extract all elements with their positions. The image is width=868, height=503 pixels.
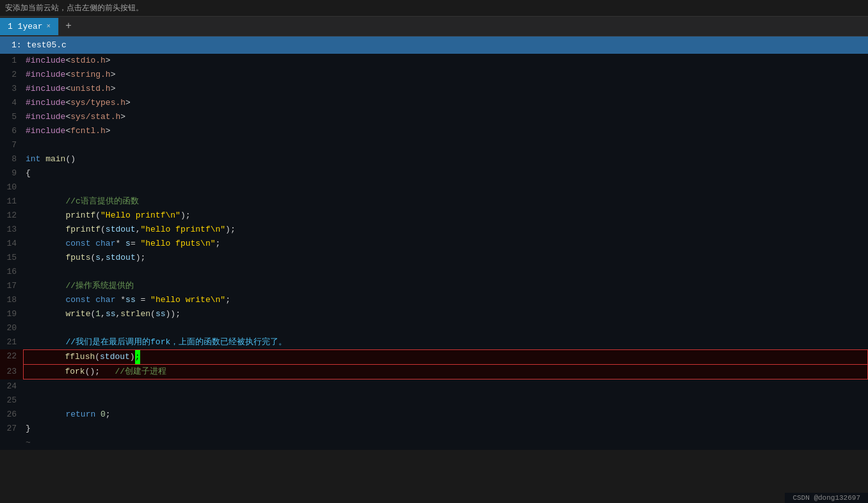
code-line-7: 7 [0, 138, 868, 152]
code-line-15: 15 fputs(s,stdout); [0, 251, 868, 265]
code-line-6: 6 #include<fcntl.h> [0, 124, 868, 138]
code-line-13: 13 fprintf(stdout,"hello fprintf\n"); [0, 223, 868, 237]
code-line-10: 10 [0, 180, 868, 195]
tab-1year[interactable]: 1 1year × [0, 18, 59, 35]
code-line-9: 9 { [0, 166, 868, 180]
top-message: 安添加当前云站，点击左侧的前头按钮。 [5, 4, 143, 13]
code-line-3: 3 #include<unistd.h> [0, 82, 868, 96]
bottom-label: CSDN @dong132697 [792, 494, 860, 502]
code-line-11: 11 //c语言提供的函数 [0, 195, 868, 209]
tab-close[interactable]: × [47, 22, 51, 30]
code-line-2: 2 #include<string.h> [0, 68, 868, 82]
code-line-1: 1 #include<stdio.h> [0, 54, 868, 68]
code-line-24: 24 [0, 379, 868, 394]
file-header: 1: test05.c [0, 36, 868, 54]
code-line-20: 20 [0, 321, 868, 335]
tab-add[interactable]: + [59, 17, 78, 36]
editor: 1 #include<stdio.h> 2 #include<string.h>… [0, 54, 868, 450]
code-line-12: 12 printf("Hello printf\n"); [0, 209, 868, 223]
file-label: 1: test05.c [6, 39, 72, 51]
code-line-21: 21 //我们是在最后调用的fork，上面的函数已经被执行完了。 [0, 335, 868, 349]
bottom-bar: CSDN @dong132697 [785, 493, 868, 503]
code-line-18: 18 const char *ss = "hello write\n"; [0, 293, 868, 307]
tab-label: 1 1year [8, 22, 43, 31]
code-line-5: 5 #include<sys/stat.h> [0, 110, 868, 124]
code-line-14: 14 const char* s= "hello fputs\n"; [0, 237, 868, 251]
code-line-16: 16 [0, 265, 868, 279]
code-line-27: 27 } [0, 422, 868, 436]
code-line-25: 25 [0, 394, 868, 408]
code-area: 1 #include<stdio.h> 2 #include<string.h>… [0, 54, 868, 450]
code-line-19: 19 write(1,ss,strlen(ss)); [0, 307, 868, 321]
code-line-26: 26 return 0; [0, 408, 868, 422]
code-line-23: 23 fork(); //创建子进程 [0, 365, 868, 379]
tab-bar: 1 1year × + [0, 17, 868, 36]
tilde-line: ~ [0, 436, 868, 450]
code-line-17: 17 //操作系统提供的 [0, 279, 868, 293]
top-bar: 安添加当前云站，点击左侧的前头按钮。 [0, 0, 868, 17]
code-line-8: 8 int main() [0, 152, 868, 166]
code-line-22: 22 fflush(stdout); [0, 349, 868, 365]
code-line-4: 4 #include<sys/types.h> [0, 96, 868, 110]
